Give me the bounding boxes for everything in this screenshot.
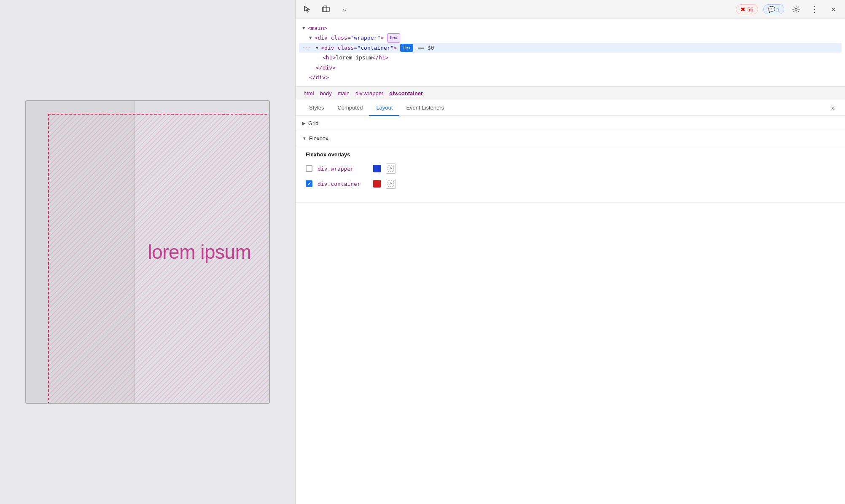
flexbox-section-header[interactable]: ▼ Flexbox — [296, 131, 845, 146]
dom-tag-wrapper-open: <div class="wrapper"> — [315, 33, 384, 43]
overlay-cursor-wrapper[interactable] — [386, 164, 396, 174]
dom-line-container[interactable]: ··· ▼ <div class="container"> flex == $0 — [299, 43, 842, 53]
dom-line-main[interactable]: ▼ <main> — [302, 23, 838, 33]
message-icon: 💬 — [768, 6, 775, 13]
dom-arrow-main: ▼ — [302, 24, 305, 32]
dom-line-h1[interactable]: <h1>lorem ipsum</h1> — [302, 53, 838, 62]
overlay-color-container[interactable] — [373, 180, 381, 188]
error-count: 56 — [747, 6, 753, 13]
breadcrumb-container[interactable]: div.container — [387, 89, 425, 97]
overlay-label-container: div.container — [318, 181, 368, 187]
overlay-row-wrapper: div.wrapper — [306, 164, 835, 174]
flexbox-section-arrow: ▼ — [302, 136, 307, 141]
close-devtools-button[interactable]: ✕ — [826, 3, 840, 16]
dom-line-close2[interactable]: </div> — [302, 72, 838, 82]
devtools-panel: » ✖ 56 💬 1 ⋮ ✕ ▼ <main> ▼ — [295, 0, 845, 504]
dom-dollar: == $0 — [417, 43, 434, 53]
dom-dots: ··· — [302, 43, 312, 53]
inspect-element-button[interactable] — [301, 3, 314, 16]
lorem-ipsum-text: lorem ipsum — [134, 241, 265, 263]
preview-panel: lorem ipsum — [0, 0, 295, 504]
tab-more-button[interactable]: » — [828, 102, 838, 114]
tab-layout[interactable]: Layout — [369, 100, 399, 116]
browser-viewport: lorem ipsum — [25, 100, 270, 404]
grid-section-arrow: ▶ — [302, 121, 306, 126]
dom-line-wrapper[interactable]: ▼ <div class="wrapper"> flex — [302, 33, 838, 43]
devtools-tabs: Styles Computed Layout Event Listeners » — [296, 100, 845, 116]
devtools-toolbar: » ✖ 56 💬 1 ⋮ ✕ — [296, 0, 845, 19]
flexbox-overlays-title: Flexbox overlays — [306, 151, 835, 158]
dom-arrow-container: ▼ — [316, 44, 319, 52]
svg-rect-4 — [388, 181, 394, 187]
flexbox-section-label: Flexbox — [309, 135, 328, 142]
overlay-checkbox-container[interactable] — [306, 180, 312, 187]
flexbox-section-body: Flexbox overlays div.wrapper div.contain… — [296, 146, 845, 203]
dom-tag-main: <main> — [308, 23, 328, 33]
svg-point-2 — [795, 8, 797, 11]
wrapper-flex-badge: flex — [387, 33, 400, 43]
overlay-color-wrapper[interactable] — [373, 165, 381, 172]
dom-tag-close1: </div> — [316, 63, 336, 72]
svg-rect-3 — [388, 166, 394, 172]
kebab-menu-button[interactable]: ⋮ — [808, 3, 821, 16]
container-flex-badge: flex — [400, 44, 413, 52]
device-toolbar-button[interactable] — [319, 3, 333, 16]
error-badge[interactable]: ✖ 56 — [736, 4, 758, 14]
message-badge[interactable]: 💬 1 — [763, 4, 784, 14]
breadcrumb-main[interactable]: main — [336, 89, 352, 97]
overlay-checkbox-wrapper[interactable] — [306, 165, 312, 172]
overlay-cursor-container[interactable] — [386, 179, 396, 189]
dom-tag-h1: <h1>lorem ipsum</h1> — [323, 53, 389, 62]
breadcrumb-bar: html body main div.wrapper div.container — [296, 87, 845, 100]
breadcrumb-html[interactable]: html — [301, 89, 316, 97]
overlay-label-wrapper: div.wrapper — [318, 166, 368, 172]
tab-computed[interactable]: Computed — [331, 100, 369, 116]
dom-tag-container-open: <div class="container"> — [321, 43, 397, 53]
tab-styles[interactable]: Styles — [302, 100, 331, 116]
overlay-row-container: div.container — [306, 179, 835, 189]
breadcrumb-body[interactable]: body — [318, 89, 334, 97]
error-icon: ✖ — [740, 6, 745, 13]
dom-arrow-wrapper: ▼ — [309, 34, 312, 42]
grid-section-header[interactable]: ▶ Grid — [296, 116, 845, 131]
breadcrumb-wrapper[interactable]: div.wrapper — [353, 89, 385, 97]
dom-tree: ▼ <main> ▼ <div class="wrapper"> flex ··… — [296, 19, 845, 87]
dom-line-close1[interactable]: </div> — [302, 63, 838, 72]
message-count: 1 — [777, 6, 780, 13]
more-tools-button[interactable]: » — [338, 3, 351, 16]
dom-tag-close2: </div> — [309, 72, 329, 82]
grid-section-label: Grid — [308, 120, 319, 126]
layout-content: ▶ Grid ▼ Flexbox Flexbox overlays div.wr… — [296, 116, 845, 504]
settings-button[interactable] — [789, 3, 803, 16]
tab-event-listeners[interactable]: Event Listeners — [399, 100, 451, 116]
svg-rect-1 — [324, 6, 327, 12]
